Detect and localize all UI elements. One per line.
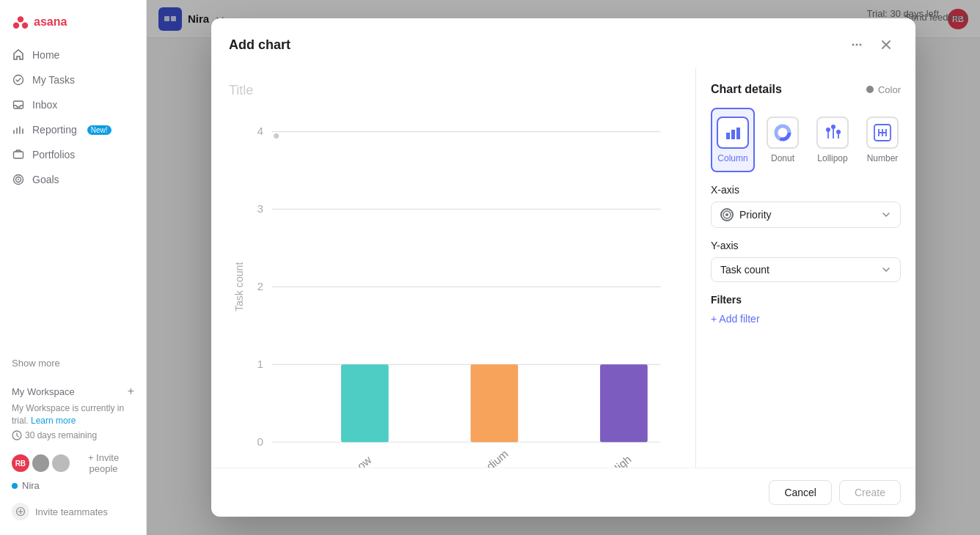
- cancel-button[interactable]: Cancel: [769, 480, 832, 505]
- sidebar: asana Home My Tasks Inbox Reporting: [0, 0, 147, 535]
- inbox-label: Inbox: [32, 99, 57, 111]
- sidebar-nav: Home My Tasks Inbox Reporting New! Por: [0, 43, 146, 353]
- svg-text:4: 4: [257, 125, 264, 137]
- svg-rect-36: [736, 128, 740, 139]
- sidebar-item-inbox[interactable]: Inbox: [0, 92, 146, 117]
- workspace-name: My Workspace: [12, 386, 75, 397]
- chart-title-placeholder: Title: [229, 83, 678, 98]
- svg-point-0: [18, 16, 23, 22]
- close-icon: [880, 39, 892, 51]
- invite-icon: [12, 503, 29, 520]
- goals-label: Goals: [32, 174, 59, 185]
- svg-rect-28: [341, 364, 389, 442]
- modal-body: Title 0 1 2 3: [211, 68, 915, 468]
- chart-type-lollipop[interactable]: Lollipop: [811, 108, 855, 172]
- yaxis-value: Task count: [720, 264, 769, 276]
- yaxis-dropdown-icon: [881, 265, 891, 275]
- color-indicator[interactable]: Color: [866, 84, 901, 95]
- sidebar-item-home[interactable]: Home: [0, 43, 146, 67]
- settings-header: Chart details Color: [711, 83, 901, 96]
- color-dot: [866, 86, 874, 93]
- modal-more-button[interactable]: [845, 33, 869, 56]
- column-type-icon: [717, 117, 749, 149]
- more-icon: [850, 38, 863, 51]
- svg-point-14: [856, 44, 858, 46]
- svg-text:1: 1: [257, 358, 264, 370]
- svg-point-8: [18, 179, 19, 180]
- svg-point-27: [274, 133, 279, 139]
- invite-teammates[interactable]: Invite teammates: [0, 497, 146, 526]
- show-more[interactable]: Show more: [0, 353, 146, 373]
- svg-point-1: [13, 23, 19, 29]
- invite-people-button[interactable]: + Invite people: [73, 452, 134, 474]
- sidebar-item-goals[interactable]: Goals: [0, 167, 146, 192]
- chart-type-donut[interactable]: Donut: [761, 108, 805, 172]
- svg-point-13: [852, 44, 855, 46]
- workspace-info: My Workspace is currently in trial. Lear…: [12, 402, 134, 427]
- yaxis-select-left: Task count: [720, 264, 769, 276]
- chart-area: Title 0 1 2 3: [211, 68, 695, 468]
- asana-logo-icon: [12, 13, 29, 31]
- add-filter-button[interactable]: + Add filter: [711, 313, 901, 325]
- invite-teammates-label: Invite teammates: [35, 506, 108, 517]
- asana-logo: asana: [12, 13, 67, 31]
- svg-text:Task count: Task count: [233, 262, 245, 312]
- trial-info: 30 days remaining: [12, 430, 134, 440]
- number-type-icon: [866, 117, 899, 149]
- sidebar-item-portfolios[interactable]: Portfolios: [0, 142, 146, 167]
- learn-more-link[interactable]: Learn more: [31, 416, 76, 426]
- svg-rect-34: [726, 133, 730, 139]
- svg-text:High: High: [608, 453, 634, 468]
- svg-point-42: [831, 125, 835, 129]
- svg-rect-29: [471, 364, 519, 442]
- lollipop-type-icon: [816, 117, 849, 149]
- chart-type-column[interactable]: Column: [711, 108, 755, 172]
- avatar-rb: RB: [12, 454, 29, 472]
- reporting-label: Reporting: [32, 124, 77, 136]
- svg-rect-35: [731, 130, 735, 139]
- svg-point-51: [725, 213, 728, 216]
- check-circle-icon: [12, 73, 25, 86]
- xaxis-value: Priority: [739, 209, 772, 221]
- lollipop-type-label: Lollipop: [817, 153, 847, 163]
- chart-settings-panel: Chart details Color: [695, 68, 915, 468]
- clock-icon: [12, 430, 22, 440]
- sidebar-item-reporting[interactable]: Reporting New!: [0, 117, 146, 142]
- donut-type-label: Donut: [771, 153, 794, 163]
- chart-type-number[interactable]: Number: [860, 108, 904, 172]
- workspace-name-bottom: Nira: [12, 480, 134, 491]
- xaxis-section: X-axis Priority: [711, 184, 901, 228]
- svg-rect-30: [600, 364, 648, 442]
- svg-text:Low: Low: [350, 453, 374, 468]
- add-chart-modal: Add chart Title: [211, 18, 915, 517]
- svg-text:0: 0: [257, 435, 264, 448]
- inbox-icon: [12, 98, 25, 111]
- add-workspace-icon[interactable]: +: [128, 385, 134, 398]
- modal-close-button[interactable]: [874, 33, 898, 56]
- xaxis-select[interactable]: Priority: [711, 202, 901, 228]
- modal-overlay: Add chart Title: [147, 0, 980, 535]
- modal-header-actions: [845, 33, 898, 56]
- donut-type-icon: [767, 117, 799, 149]
- chart-type-selector: Column Donut: [711, 108, 901, 172]
- color-label: Color: [878, 84, 901, 95]
- portfolios-icon: [12, 148, 25, 161]
- number-type-label: Number: [867, 153, 899, 163]
- avatars-row: RB + Invite people: [12, 452, 134, 474]
- workspace-title: My Workspace +: [12, 385, 134, 398]
- workspace-dot: [12, 483, 18, 489]
- column-type-label: Column: [717, 153, 747, 163]
- modal-footer: Cancel Create: [211, 468, 915, 517]
- asana-logo-text: asana: [34, 15, 67, 29]
- xaxis-icon: [720, 208, 734, 221]
- sidebar-item-my-tasks[interactable]: My Tasks: [0, 67, 146, 92]
- goals-icon: [12, 173, 25, 186]
- chart-svg: 0 1 2 3 4 Task count: [229, 113, 678, 468]
- modal-title: Add chart: [229, 37, 290, 53]
- sidebar-footer: RB + Invite people Nira: [0, 446, 146, 497]
- yaxis-select[interactable]: Task count: [711, 257, 901, 282]
- svg-point-40: [826, 128, 830, 132]
- reporting-badge: New!: [87, 125, 111, 135]
- create-button[interactable]: Create: [839, 480, 901, 505]
- xaxis-select-left: Priority: [720, 208, 772, 221]
